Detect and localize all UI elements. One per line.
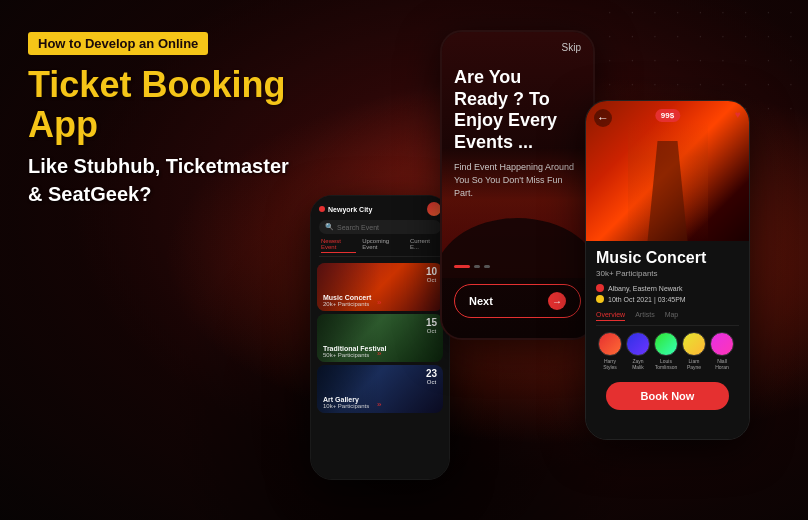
search-icon: 🔍 [325,223,334,231]
tab-upcoming[interactable]: Upcoming Event [362,238,404,253]
search-placeholder: Search Event [337,224,379,231]
detail-tabs: Overview Artists Map [596,311,739,326]
dot-3 [484,265,490,268]
artist-name-4: LiamPayne [687,358,701,370]
content-wrapper: How to Develop an Online Ticket Booking … [0,0,808,520]
left-text-section: How to Develop an Online Ticket Booking … [0,0,310,228]
detail-info: Music Concert 30k+ Participants Albany, … [586,241,749,422]
artist-avatars: HarryStyles ZaynMalik LouisTomlinson [596,332,739,370]
date-month: Oct [426,277,437,283]
event-app-header: Newyork City 🔍 Search Event Newest Event… [311,196,449,260]
artist-name-1: HarryStyles [603,358,617,370]
card-arrow-icon-3: » [377,400,381,409]
back-button[interactable]: ← [594,109,612,127]
card-name: Music Concert [323,294,371,301]
onboarding-subtitle: Find Event Happening AroundYou So You Do… [454,161,581,199]
date-num: 10 [426,267,437,277]
meta-location: Albany, Eastern Newark [608,285,683,292]
location-dot-icon [319,206,325,212]
date-num-3: 23 [426,369,437,379]
event-tabs: Newest Event Upcoming Event Current E... [319,238,441,257]
detail-participants: 30k+ Participants [596,269,739,278]
onboarding-dots [454,265,490,268]
onboarding-text: Are YouReady ? ToEnjoy EveryEvents ... F… [454,67,581,199]
date-month-3: Oct [426,379,437,385]
next-arrow-icon: → [548,292,566,310]
location-text: Newyork City [328,206,424,213]
event-detail-phone: ← ♥ 99$ Music Concert 30k+ Participants … [585,100,750,440]
artist-4: LiamPayne [682,332,706,370]
card-participants-3: 10k+ Participants [323,403,369,409]
event-list-phone: Newyork City 🔍 Search Event Newest Event… [310,195,450,480]
dot-1 [454,265,470,268]
onboarding-phone: Skip Are YouReady ? ToEnjoy EveryEvents … [440,30,595,340]
next-label: Next [469,295,493,307]
location-icon [596,284,604,292]
main-title: Ticket Booking App [28,65,290,144]
event-card-music-concert[interactable]: Music Concert 20k+ Participants » 10 Oct [317,263,443,311]
detail-hero: ← ♥ 99$ [586,101,749,241]
phones-area: Skip Are YouReady ? ToEnjoy EveryEvents … [310,0,808,520]
event-location: Newyork City [319,202,441,216]
tag-label: How to Develop an Online [28,32,208,55]
artist-name-5: NiallHoran [715,358,729,370]
tab-newest[interactable]: Newest Event [321,238,356,253]
card-name-3: Art Gallery [323,396,369,403]
artist-5: NiallHoran [710,332,734,370]
meta-location-row: Albany, Eastern Newark [596,284,739,292]
date-num-2: 15 [426,318,437,328]
book-now-button[interactable]: Book Now [606,382,729,410]
artist-avatar-1 [598,332,622,356]
detail-tab-map[interactable]: Map [665,311,679,321]
price-badge: 99$ [655,109,680,122]
card-participants: 20k+ Participants [323,301,371,307]
artist-avatar-2 [626,332,650,356]
event-date-badge: 10 Oct [426,267,437,283]
artist-avatar-4 [682,332,706,356]
next-button[interactable]: Next → [454,284,581,318]
card-content-3: Art Gallery 10k+ Participants [323,396,369,409]
event-card-festival[interactable]: Traditional Festival 50k+ Participants »… [317,314,443,362]
detail-meta: Albany, Eastern Newark 10th Oct 2021 | 0… [596,284,739,303]
detail-event-name: Music Concert [596,249,739,267]
skip-button[interactable]: Skip [562,42,581,53]
tab-current[interactable]: Current E... [410,238,439,253]
meta-time-row: 10th Oct 2021 | 03:45PM [596,295,739,303]
event-date-badge-2: 15 Oct [426,318,437,334]
event-date-badge-3: 23 Oct [426,369,437,385]
time-icon [596,295,604,303]
event-card-art[interactable]: Art Gallery 10k+ Participants » 23 Oct [317,365,443,413]
onboarding-hero-title: Are YouReady ? ToEnjoy EveryEvents ... [454,67,581,153]
heart-button[interactable]: ♥ [735,109,741,120]
artist-1: HarryStyles [598,332,622,370]
user-avatar[interactable] [427,202,441,216]
card-content: Music Concert 20k+ Participants [323,294,371,307]
sub-title: Like Stubhub, Ticketmaster& SeatGeek? [28,152,290,208]
dot-2 [474,265,480,268]
card-arrow-icon: » [377,298,381,307]
artist-2: ZaynMalik [626,332,650,370]
artist-name-2: ZaynMalik [632,358,644,370]
search-bar[interactable]: 🔍 Search Event [319,220,441,234]
artist-name-3: LouisTomlinson [655,358,678,370]
artist-avatar-3 [654,332,678,356]
artist-avatar-5 [710,332,734,356]
date-month-2: Oct [426,328,437,334]
artist-3: LouisTomlinson [654,332,678,370]
meta-time: 10th Oct 2021 | 03:45PM [608,296,686,303]
detail-tab-overview[interactable]: Overview [596,311,625,321]
detail-tab-artists[interactable]: Artists [635,311,654,321]
card-arrow-icon-2: » [377,349,381,358]
artist-silhouette [628,121,708,241]
